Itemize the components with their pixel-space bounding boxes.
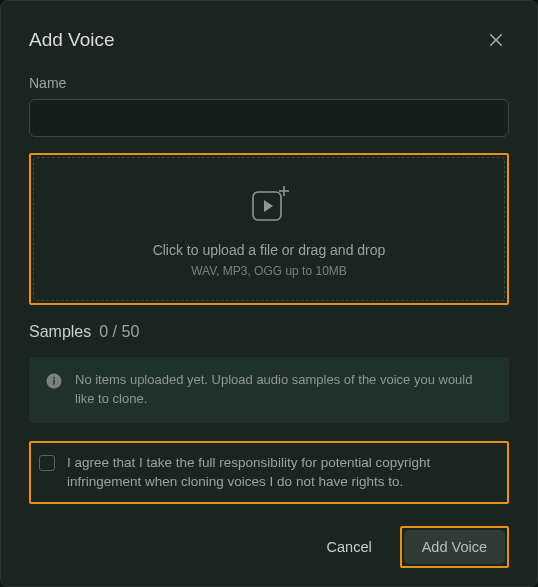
modal-header: Add Voice	[29, 27, 509, 53]
upload-play-icon	[246, 184, 292, 228]
close-button[interactable]	[483, 27, 509, 53]
modal-title: Add Voice	[29, 29, 115, 51]
info-icon	[45, 372, 63, 394]
samples-count: 0 / 50	[99, 323, 139, 341]
samples-header: Samples 0 / 50	[29, 323, 509, 341]
add-voice-modal: Add Voice Name Click to upload a file or…	[0, 0, 538, 587]
empty-samples-info: No items uploaded yet. Upload audio samp…	[29, 357, 509, 423]
svg-rect-6	[53, 380, 55, 385]
agreement-checkbox[interactable]	[39, 455, 55, 471]
name-input[interactable]	[29, 99, 509, 137]
upload-sub-text: WAV, MP3, OGG up to 10MB	[191, 264, 347, 278]
upload-zone-highlight: Click to upload a file or drag and drop …	[29, 153, 509, 305]
close-icon	[487, 31, 505, 49]
add-voice-button-highlight: Add Voice	[400, 526, 509, 568]
upload-main-text: Click to upload a file or drag and drop	[153, 242, 386, 258]
svg-point-7	[53, 377, 55, 379]
add-voice-button[interactable]: Add Voice	[404, 530, 505, 564]
info-text: No items uploaded yet. Upload audio samp…	[75, 371, 493, 409]
cancel-button[interactable]: Cancel	[311, 529, 388, 565]
upload-dropzone[interactable]: Click to upload a file or drag and drop …	[33, 157, 505, 301]
agreement-highlight: I agree that I take the full responsibil…	[29, 441, 509, 504]
modal-footer: Cancel Add Voice	[29, 526, 509, 568]
samples-label: Samples	[29, 323, 91, 341]
name-label: Name	[29, 75, 509, 91]
agreement-text: I agree that I take the full responsibil…	[67, 453, 501, 492]
